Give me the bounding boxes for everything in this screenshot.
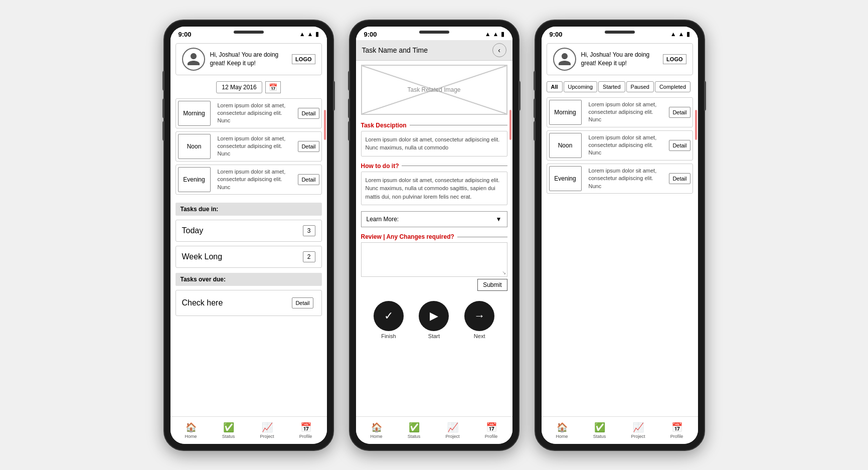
nav-home-3[interactable]: 🏠 Home [553,421,571,440]
profile-icon-2: 📅 [486,422,497,433]
status-icons-1: ▲ ▲ ▮ [299,31,319,38]
tasks-section-1: Morning Lorem ipsum dolor sit amet, cons… [170,96,327,200]
signal-icon-3: ▲ [678,31,684,38]
next-wrapper: → Next [464,301,494,339]
overdue-check-label: Check here [182,298,223,307]
user-icon-1 [186,52,201,67]
filter-tab-completed[interactable]: Completed [655,81,690,92]
start-icon: ▶ [430,309,438,323]
p3-task-noon: Noon Lorem ipsum dolor sit amet, consect… [547,130,693,161]
bottom-nav-2: 🏠 Home ✅ Status 📈 Project 📅 Profile [356,416,512,444]
nav-home-1[interactable]: 🏠 Home [182,421,200,440]
p3-task-text-noon: Lorem ipsum dolor sit amet, consectetur … [587,131,664,160]
p3-task-time-evening: Evening [549,166,582,191]
due-today: Today 3 [176,220,322,242]
battery-icon-1: ▮ [315,31,319,38]
next-icon: → [474,309,485,323]
description-text: Lorem ipsum dolor sit amet, consectetur … [361,131,507,156]
finish-button[interactable]: ✓ [374,301,404,331]
filter-tab-paused[interactable]: Paused [626,81,654,92]
nav-home-2[interactable]: 🏠 Home [368,421,386,440]
logo-1: LOGO [292,54,315,64]
profile-icon-3: 📅 [671,422,682,433]
nav-project-1[interactable]: 📈 Project [257,421,277,440]
bottom-nav-3: 🏠 Home ✅ Status 📈 Project 📅 Profile [542,416,698,444]
project-icon-1: 📈 [262,422,273,433]
nav-profile-3[interactable]: 📅 Profile [667,421,686,440]
phone-1-screen: 9:00 ▲ ▲ ▮ Hi, Joshua! You are doing gre… [170,27,327,444]
scroll-indicator-2 [509,110,511,140]
phones-container: 9:00 ▲ ▲ ▮ Hi, Joshua! You are doing gre… [163,20,705,451]
nav-profile-2[interactable]: 📅 Profile [482,421,501,440]
home-label-1: Home [185,434,197,439]
finish-icon: ✓ [384,309,393,323]
bottom-nav-1: 🏠 Home ✅ Status 📈 Project 📅 Profile [170,416,327,444]
start-wrapper: ▶ Start [419,301,449,339]
phone-2-screen: 9:00 ▲ ▲ ▮ Task Name and Time ‹ Task Rel… [356,27,512,444]
learn-more-dropdown[interactable]: Learn More: ▼ [361,211,507,227]
p3-task-evening: Evening Lorem ipsum dolor sit amet, cons… [547,164,693,194]
home-label-2: Home [371,434,383,439]
home-icon-3: 🏠 [557,422,568,433]
project-icon-3: 📈 [633,422,644,433]
detail-btn-evening[interactable]: Detail [298,174,319,185]
nav-profile-1[interactable]: 📅 Profile [296,421,315,440]
task-text-evening: Lorem ipsum dolor sit amet, consectetur … [216,165,293,194]
review-textarea-wrapper: ↘ [361,242,507,277]
tasks-section-3: Morning Lorem ipsum dolor sit amet, cons… [542,95,698,199]
overdue-detail-btn[interactable]: Detail [292,297,313,308]
nav-status-1[interactable]: ✅ Status [219,421,238,440]
due-today-label: Today [182,226,204,235]
avatar-3 [553,48,576,71]
next-label: Next [474,333,485,339]
phone-speaker-2 [419,31,449,34]
filter-tab-upcoming[interactable]: Upcoming [564,81,598,92]
nav-status-2[interactable]: ✅ Status [405,421,424,440]
p3-detail-btn-morning[interactable]: Detail [669,107,690,118]
project-label-2: Project [446,434,460,439]
p2-task-title: Task Name and Time [362,46,428,54]
project-label-3: Project [631,434,645,439]
description-section: Task Desciption Lorem ipsum dolor sit am… [361,122,507,156]
home-icon-1: 🏠 [186,422,197,433]
p3-header: Hi, Joshua! You are doing great! Keep it… [547,43,693,75]
task-image-label: Task Related Image [407,86,460,93]
howto-text: Lorem ipsum dolor sit amet, consectetur … [361,172,507,206]
phone-3: 9:00 ▲ ▲ ▮ Hi, Joshua! You are doing gre… [535,20,705,451]
back-button[interactable]: ‹ [492,43,506,57]
status-icons-2: ▲ ▲ ▮ [485,31,504,38]
profile-label-1: Profile [299,434,312,439]
profile-icon-1: 📅 [300,422,311,433]
filter-tab-started[interactable]: Started [598,81,625,92]
nav-status-3[interactable]: ✅ Status [590,421,609,440]
greeting-text-1: Hi, Joshua! You are doing great! Keep it… [210,51,287,68]
p3-task-text-morning: Lorem ipsum dolor sit amet, consectetur … [587,98,664,127]
calendar-icon[interactable]: 📅 [265,81,281,93]
description-title: Task Desciption [361,122,507,129]
p3-detail-btn-evening[interactable]: Detail [669,173,690,184]
p3-detail-btn-noon[interactable]: Detail [669,140,690,151]
greeting-text-3: Hi, Joshua! You are doing great! Keep it… [581,51,658,68]
nav-project-3[interactable]: 📈 Project [628,421,648,440]
filter-tab-all[interactable]: All [547,81,563,92]
p3-task-text-evening: Lorem ipsum dolor sit amet, consectetur … [587,164,664,193]
nav-project-2[interactable]: 📈 Project [443,421,463,440]
detail-btn-noon[interactable]: Detail [298,141,319,152]
detail-btn-morning[interactable]: Detail [298,108,319,119]
submit-button[interactable]: Submit [477,279,507,291]
task-text-noon: Lorem ipsum dolor sit amet, consectetur … [216,132,293,161]
date-row: 12 May 2016 📅 [170,78,327,96]
signal-icon-2: ▲ [493,31,499,38]
date-input[interactable]: 12 May 2016 [216,81,262,93]
start-button[interactable]: ▶ [419,301,449,331]
tasks-overdue-header: Tasks over due: [176,273,322,286]
learn-more-label: Learn More: [367,216,399,223]
overdue-item: Check here Detail [176,290,322,316]
scroll-indicator-3 [695,110,697,140]
home-icon-2: 🏠 [371,422,382,433]
review-textarea[interactable] [364,245,505,272]
next-button[interactable]: → [464,301,494,331]
user-icon-3 [557,52,572,67]
battery-icon-3: ▮ [686,31,690,38]
tasks-due-header: Tasks due in: [176,203,322,216]
